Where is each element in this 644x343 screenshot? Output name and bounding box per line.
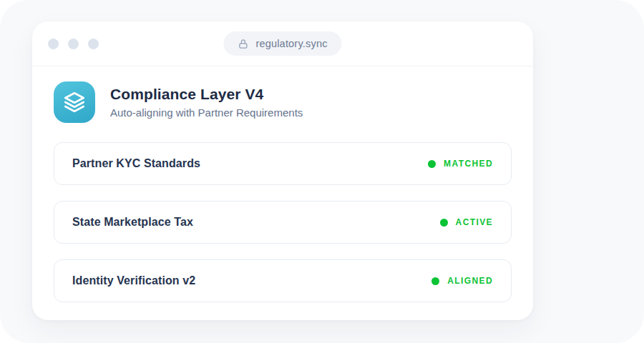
window-controls: [48, 39, 99, 49]
app-header: Compliance Layer V4 Auto-aligning with P…: [54, 81, 512, 123]
app-icon: [54, 81, 95, 123]
item-label: Identity Verification v2: [72, 274, 195, 287]
status-text: MATCHED: [444, 159, 493, 169]
status-badge: ALIGNED: [431, 276, 493, 286]
status-text: ACTIVE: [456, 217, 493, 227]
compliance-list: Partner KYC Standards MATCHED State Mark…: [54, 142, 512, 302]
window-control-dot-2[interactable]: [68, 39, 79, 49]
main-content: Compliance Layer V4 Auto-aligning with P…: [32, 66, 533, 302]
list-item-marketplace-tax[interactable]: State Marketplace Tax ACTIVE: [54, 201, 512, 244]
app-header-titles: Compliance Layer V4 Auto-aligning with P…: [110, 86, 303, 119]
page-title: Compliance Layer V4: [110, 86, 303, 103]
status-dot-icon: [428, 160, 436, 168]
layers-icon: [63, 91, 86, 114]
item-label: Partner KYC Standards: [72, 157, 200, 170]
list-item-identity-verification[interactable]: Identity Verification v2 ALIGNED: [54, 259, 512, 302]
status-text: ALIGNED: [447, 276, 493, 286]
page-background: regulatory.sync Compliance Layer V4: [0, 0, 644, 343]
window-control-dot-1[interactable]: [48, 39, 59, 49]
status-badge: ACTIVE: [440, 217, 493, 227]
page-subtitle: Auto-aligning with Partner Requirements: [110, 106, 303, 119]
status-badge: MATCHED: [428, 159, 493, 169]
address-bar[interactable]: regulatory.sync: [223, 31, 341, 56]
browser-window: regulatory.sync Compliance Layer V4: [32, 21, 533, 320]
item-label: State Marketplace Tax: [72, 216, 193, 229]
lock-icon: [238, 39, 248, 49]
status-dot-icon: [440, 219, 448, 227]
address-url: regulatory.sync: [255, 38, 327, 49]
window-control-dot-3[interactable]: [88, 39, 99, 49]
browser-titlebar: regulatory.sync: [32, 21, 533, 66]
list-item-partner-kyc[interactable]: Partner KYC Standards MATCHED: [54, 142, 512, 185]
status-dot-icon: [431, 277, 439, 285]
